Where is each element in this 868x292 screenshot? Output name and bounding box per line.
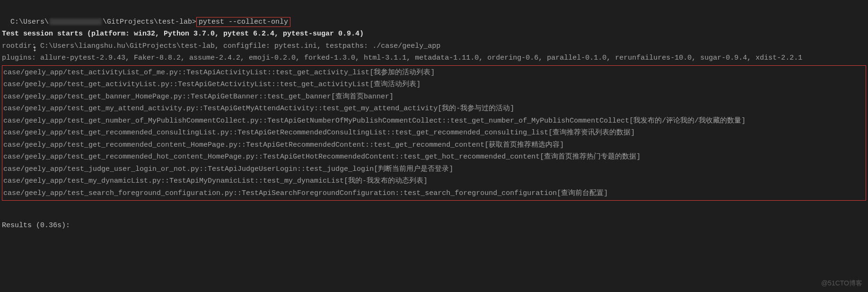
- prompt-suffix: \GitProjects\test-lab>: [103, 18, 196, 26]
- collected-test-line: case/geely_app/test_get_recommended_cons…: [3, 127, 865, 139]
- prompt-line: C:\Users\\GitProjects\test-lab>pytest --…: [2, 4, 866, 28]
- collected-test-line: case/geely_app/test_get_banner_HomePage.…: [3, 91, 865, 103]
- rootdir-line: rootdir: C:\Users\liangshu.hu\GitProject…: [2, 40, 866, 53]
- session-header: Test session starts (platform: win32, Py…: [2, 28, 866, 40]
- command-highlight: pytest --collect-only: [196, 17, 290, 27]
- collected-test-line: case/geely_app/test_get_number_of_MyPubl…: [3, 115, 865, 127]
- results-line: Results (0.36s):: [2, 220, 866, 232]
- collected-test-line: case/geely_app/test_my_dynamicList.py::T…: [3, 175, 865, 187]
- collected-test-line: case/geely_app/test_search_foreground_co…: [3, 187, 865, 200]
- collected-test-line: case/geely_app/test_activityList_of_me.p…: [3, 67, 865, 79]
- collected-test-line: case/geely_app/test_get_activityList.py:…: [3, 79, 865, 91]
- watermark: @51CTO博客: [821, 278, 862, 289]
- collected-test-line: case/geely_app/test_judge_user_login_or_…: [3, 163, 865, 176]
- prompt-prefix: C:\Users\: [10, 18, 49, 26]
- collected-tests-box: case/geely_app/test_activityList_of_me.p…: [2, 65, 866, 201]
- collected-test-line: case/geely_app/test_get_my_attend_activi…: [3, 103, 865, 115]
- collected-test-line: case/geely_app/test_get_recommended_hot_…: [3, 151, 865, 163]
- collected-test-line: case/geely_app/test_get_recommended_cont…: [3, 139, 865, 151]
- redacted-username: [50, 18, 102, 25]
- plugins-line: plugins: allure-pytest-2.9.43, Faker-8.8…: [2, 52, 866, 64]
